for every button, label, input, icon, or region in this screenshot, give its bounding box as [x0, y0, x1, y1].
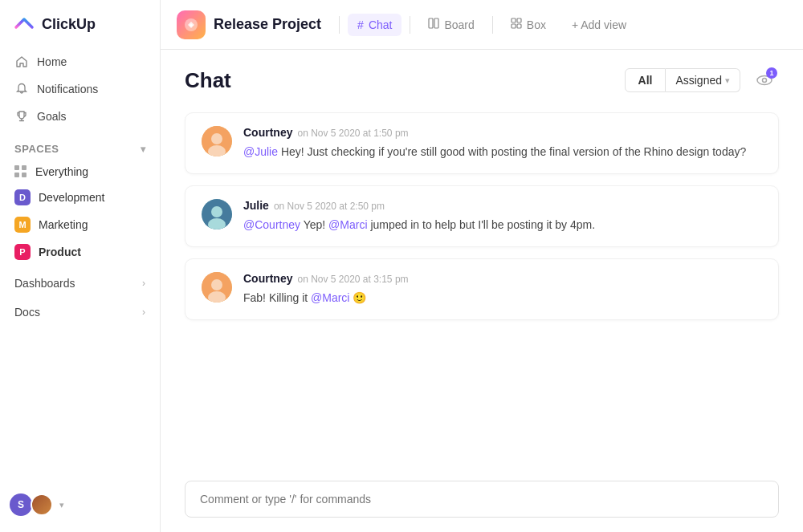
filter-assigned-label: Assigned [675, 74, 722, 87]
sidebar-item-marketing[interactable]: M Marketing [6, 211, 153, 238]
main-content: Release Project # Chat Board [161, 0, 803, 532]
board-icon [428, 18, 439, 31]
message-2-time: on Nov 5 2020 at 2:50 pm [274, 201, 385, 212]
marketing-badge: M [14, 217, 31, 233]
logo-text: ClickUp [42, 16, 96, 33]
tab-board[interactable]: Board [418, 13, 483, 36]
sidebar-item-notifications-label: Notifications [37, 83, 98, 95]
message-3-text-2: 🙂 [353, 291, 366, 304]
trophy-icon [14, 109, 29, 124]
input-area [161, 469, 803, 532]
tab-box-label: Box [527, 18, 546, 31]
sidebar-item-home[interactable]: Home [6, 48, 153, 75]
tab-chat[interactable]: # Chat [348, 14, 402, 36]
message-2-body: @Courtney Yep! @Marci jumped in to help … [243, 217, 762, 234]
home-icon [14, 55, 29, 69]
mention-courtney: @Courtney [243, 218, 300, 231]
sidebar-item-everything[interactable]: Everything [6, 160, 153, 184]
svg-rect-4 [517, 18, 521, 22]
avatar-julie [202, 199, 232, 229]
tab-divider [339, 16, 340, 34]
svg-rect-6 [517, 24, 521, 28]
sidebar-item-docs[interactable]: Docs › [0, 294, 160, 323]
sidebar-item-dashboards[interactable]: Dashboards › [0, 266, 160, 294]
message-2-author: Julie [243, 199, 269, 212]
messages-list: Courtney on Nov 5 2020 at 1:50 pm @Julie… [161, 104, 803, 469]
grid-icon [14, 165, 27, 178]
chat-header: Chat All Assigned ▾ 1 [161, 50, 803, 104]
svg-point-13 [211, 206, 222, 217]
message-3-header: Courtney on Nov 5 2020 at 3:15 pm [243, 272, 762, 285]
filter-all-button[interactable]: All [625, 68, 666, 92]
sidebar-item-home-label: Home [37, 55, 67, 68]
watcher-button[interactable]: 1 [750, 66, 779, 95]
product-badge: P [14, 244, 31, 260]
message-3-text-1: Fab! Killing it [243, 291, 311, 304]
message-3-content: Courtney on Nov 5 2020 at 3:15 pm Fab! K… [243, 272, 762, 307]
svg-rect-1 [429, 18, 433, 28]
sidebar-item-goals[interactable]: Goals [6, 103, 153, 130]
sidebar-item-notifications[interactable]: Notifications [6, 75, 153, 103]
message-1-content: Courtney on Nov 5 2020 at 1:50 pm @Julie… [243, 126, 762, 160]
bell-icon [14, 82, 29, 96]
mention-julie: @Julie [243, 145, 278, 158]
add-view-label: + Add view [572, 18, 626, 31]
message-2: Julie on Nov 5 2020 at 2:50 pm @Courtney… [185, 185, 779, 247]
dashboards-label: Dashboards [14, 277, 75, 290]
add-view-button[interactable]: + Add view [564, 14, 634, 36]
message-1-body: @Julie Hey! Just checking if you're stil… [243, 144, 762, 160]
message-3-author: Courtney [243, 272, 292, 285]
message-3-body: Fab! Killing it @Marci 🙂 [243, 290, 762, 307]
hash-icon: # [357, 18, 364, 31]
filter-assigned-button[interactable]: Assigned ▾ [666, 68, 740, 92]
svg-point-8 [763, 79, 767, 83]
user-chevron-icon: ▾ [59, 500, 64, 510]
svg-rect-5 [512, 24, 516, 28]
spaces-header: Spaces ▾ [0, 133, 160, 160]
watcher-badge: 1 [766, 67, 777, 79]
topbar: Release Project # Chat Board [161, 0, 803, 50]
svg-rect-3 [512, 18, 516, 22]
spaces-chevron-icon[interactable]: ▾ [141, 144, 146, 155]
avatar-courtney-1 [202, 126, 232, 156]
tab-divider-2 [410, 16, 410, 34]
app-logo[interactable]: ClickUp [0, 0, 160, 45]
comment-input[interactable] [185, 481, 779, 518]
avatar-img [31, 493, 53, 516]
user-area[interactable]: S ▾ [0, 485, 160, 524]
message-3-time: on Nov 5 2020 at 3:15 pm [297, 274, 408, 285]
development-badge: D [14, 189, 31, 205]
spaces-label: Spaces [14, 143, 59, 155]
chat-area: Chat All Assigned ▾ 1 [161, 50, 803, 532]
filter-chevron-icon: ▾ [725, 75, 730, 86]
docs-chevron-icon: › [142, 307, 145, 318]
tab-board-label: Board [444, 18, 474, 31]
tab-chat-label: Chat [369, 18, 393, 31]
sidebar-item-product[interactable]: P Product [6, 238, 153, 266]
message-1-author: Courtney [243, 126, 292, 139]
sidebar-nav: Home Notifications Goals [0, 45, 160, 133]
docs-label: Docs [14, 306, 40, 319]
sidebar-item-development[interactable]: D Development [6, 184, 153, 211]
message-1: Courtney on Nov 5 2020 at 1:50 pm @Julie… [185, 112, 779, 174]
svg-point-16 [211, 279, 222, 290]
mention-marci-2: @Marci [311, 291, 349, 304]
dashboards-chevron-icon: › [142, 278, 145, 289]
project-icon [177, 10, 206, 39]
avatar-s: S [10, 493, 32, 516]
box-icon [511, 18, 522, 31]
chat-title: Chat [185, 68, 231, 93]
sidebar-item-goals-label: Goals [37, 110, 67, 123]
message-2-content: Julie on Nov 5 2020 at 2:50 pm @Courtney… [243, 199, 762, 234]
message-2-text-1: Yep! [304, 218, 328, 231]
svg-rect-2 [434, 18, 438, 28]
message-1-text: Hey! Just checking if you're still good … [281, 145, 746, 158]
tab-divider-3 [492, 16, 493, 34]
avatar-courtney-2 [202, 272, 232, 303]
message-2-header: Julie on Nov 5 2020 at 2:50 pm [243, 199, 762, 212]
everything-label: Everything [35, 165, 88, 178]
message-1-time: on Nov 5 2020 at 1:50 pm [297, 128, 408, 139]
tab-box[interactable]: Box [501, 13, 556, 36]
message-3: Courtney on Nov 5 2020 at 3:15 pm Fab! K… [185, 258, 779, 320]
sidebar: ClickUp Home Notifications [0, 0, 161, 532]
